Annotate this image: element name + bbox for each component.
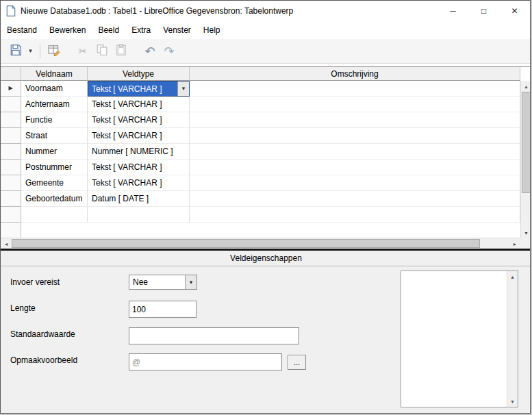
table-row: Achternaam Tekst [ VARCHAR ] — [1, 97, 520, 112]
field-type-dropdown-button[interactable]: ▾ — [177, 81, 189, 96]
table-design-button[interactable] — [45, 42, 63, 60]
horizontal-scrollbar-thumb[interactable] — [12, 239, 480, 248]
default-value-input[interactable] — [129, 327, 299, 344]
chevron-down-icon: ▾ — [29, 48, 32, 54]
maximize-button[interactable]: □ — [468, 1, 499, 21]
menu-item-help[interactable]: Help — [197, 22, 227, 38]
titlebar: Nieuwe Database1.odb : Tabel1 - LibreOff… — [1, 1, 530, 21]
column-header-omschrijving: Omschrijving — [190, 67, 520, 81]
table-row: Functie Tekst [ VARCHAR ] — [1, 112, 520, 128]
entry-required-combobox[interactable]: Nee ▾ — [129, 275, 197, 290]
description-cell[interactable] — [190, 191, 520, 207]
scroll-right-button[interactable]: ► — [509, 238, 520, 249]
table-row: Straat Tekst [ VARCHAR ] — [1, 128, 520, 144]
chevron-down-icon: ▾ — [182, 86, 186, 92]
row-selector[interactable] — [1, 223, 21, 238]
format-example-input[interactable] — [129, 353, 282, 370]
save-button[interactable] — [7, 42, 25, 60]
vertical-scrollbar-thumb[interactable] — [522, 92, 531, 193]
scroll-left-button[interactable]: ◄ — [1, 238, 12, 249]
field-name-cell[interactable]: Nummer — [21, 144, 88, 160]
save-dropdown-button[interactable]: ▾ — [26, 42, 35, 60]
field-type-selected-value: Tekst [ VARCHAR ] — [88, 81, 177, 96]
field-name-cell[interactable]: Gemeente — [21, 175, 88, 191]
paste-button[interactable] — [112, 42, 130, 60]
field-type-cell[interactable]: Tekst [ VARCHAR ] — [88, 160, 190, 175]
toolbar-separator — [40, 45, 40, 58]
table-row: Geboortedatum Datum [ DATE ] — [1, 191, 520, 207]
field-name-cell[interactable]: Functie — [21, 112, 88, 128]
length-input[interactable] — [129, 301, 197, 318]
vertical-scrollbar[interactable]: ▲ ▼ — [520, 81, 531, 238]
close-button[interactable]: ✕ — [499, 1, 530, 21]
row-selector[interactable] — [1, 191, 21, 207]
row-selector[interactable] — [1, 128, 21, 144]
format-browse-button[interactable]: ... — [288, 355, 306, 370]
document-icon — [6, 5, 16, 16]
field-name-cell[interactable] — [21, 207, 88, 223]
redo-button[interactable]: ↷ — [160, 42, 178, 60]
cut-button[interactable]: ✂ — [74, 42, 92, 60]
description-cell[interactable] — [190, 175, 520, 191]
scroll-up-button[interactable]: ▲ — [507, 271, 518, 282]
field-type-cell[interactable]: Tekst [ VARCHAR ] — [88, 97, 190, 112]
entry-required-label: Invoer vereist — [10, 277, 60, 287]
menu-item-extra[interactable]: Extra — [125, 22, 157, 38]
window-controls: ─ □ ✕ — [438, 1, 530, 21]
table-row: Gemeente Tekst [ VARCHAR ] — [1, 175, 520, 191]
menu-item-venster[interactable]: Venster — [157, 22, 197, 38]
scroll-up-button[interactable]: ▲ — [521, 81, 531, 92]
minimize-button[interactable]: ─ — [438, 1, 468, 21]
window-title: Nieuwe Database1.odb : Tabel1 - LibreOff… — [21, 6, 293, 16]
description-cell[interactable] — [190, 160, 520, 175]
field-name-cell[interactable]: Postnummer — [21, 160, 88, 175]
horizontal-scrollbar[interactable]: ◄ ► — [1, 238, 520, 249]
table-row-empty — [1, 223, 520, 238]
row-selector[interactable] — [1, 207, 21, 223]
copy-icon — [96, 44, 108, 59]
column-header-veldtype: Veldtype — [88, 67, 190, 81]
menu-item-bewerken[interactable]: Bewerken — [43, 22, 92, 38]
row-selector[interactable]: ▶ — [1, 81, 21, 97]
field-type-combobox[interactable]: Tekst [ VARCHAR ] ▾ — [88, 81, 190, 97]
field-name-cell[interactable]: Achternaam — [21, 97, 88, 112]
description-cell[interactable] — [190, 97, 520, 112]
copy-button[interactable] — [93, 42, 111, 60]
field-type-cell[interactable]: Tekst [ VARCHAR ] — [88, 175, 190, 191]
row-selector[interactable] — [1, 112, 21, 128]
redo-icon: ↷ — [164, 44, 174, 59]
description-cell[interactable] — [190, 112, 520, 128]
scroll-down-button[interactable]: ▼ — [507, 396, 518, 407]
description-cell[interactable] — [190, 81, 520, 97]
row-selector[interactable] — [1, 160, 21, 175]
scrollbar-corner — [520, 238, 531, 249]
field-name-cell[interactable]: Voornaam — [21, 81, 88, 97]
field-properties-panel: Invoer vereist Nee ▾ Lengte Standaardwaa… — [1, 266, 531, 414]
field-type-cell[interactable]: Nummer [ NUMERIC ] — [88, 144, 190, 160]
menu-item-bestand[interactable]: Bestand — [1, 22, 43, 38]
cut-icon: ✂ — [79, 45, 88, 58]
app-window: Nieuwe Database1.odb : Tabel1 - LibreOff… — [0, 0, 531, 414]
field-type-cell[interactable]: Tekst [ VARCHAR ] — [88, 112, 190, 128]
row-selector[interactable] — [1, 97, 21, 112]
table-row: Nummer Nummer [ NUMERIC ] — [1, 144, 520, 160]
description-cell[interactable] — [190, 207, 520, 223]
scroll-down-button[interactable]: ▼ — [521, 227, 531, 238]
field-name-cell[interactable]: Straat — [21, 128, 88, 144]
undo-button[interactable]: ↶ — [141, 42, 159, 60]
description-cell[interactable] — [190, 128, 520, 144]
help-vertical-scrollbar[interactable]: ▲ ▼ — [507, 271, 518, 407]
toolbar: ▾ ✂ ↶ ↷ — [1, 39, 530, 64]
description-cell[interactable] — [190, 144, 520, 160]
field-type-cell[interactable]: Datum [ DATE ] — [88, 191, 190, 207]
field-name-cell[interactable]: Geboortedatum — [21, 191, 88, 207]
format-example-label: Opmaakvoorbeeld — [10, 355, 77, 365]
paste-icon — [115, 44, 127, 59]
table-design-icon — [48, 44, 60, 59]
menu-item-beeld[interactable]: Beeld — [92, 22, 125, 38]
field-type-cell[interactable] — [88, 207, 190, 223]
entry-required-dropdown-button[interactable]: ▾ — [185, 275, 197, 289]
row-selector[interactable] — [1, 144, 21, 160]
row-selector[interactable] — [1, 175, 21, 191]
field-type-cell[interactable]: Tekst [ VARCHAR ] — [88, 128, 190, 144]
